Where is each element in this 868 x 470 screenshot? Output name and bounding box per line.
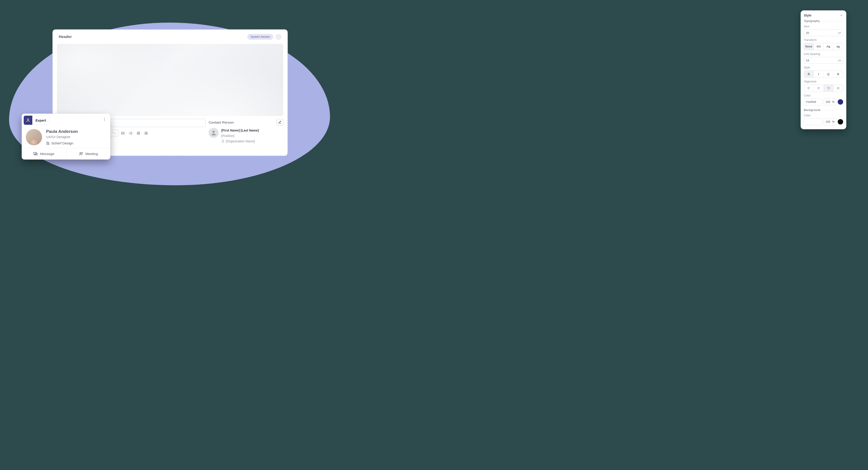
font-size-value: 20 <box>806 31 809 35</box>
svg-rect-35 <box>48 143 49 145</box>
color-opacity-input[interactable]: 100% <box>824 98 836 105</box>
color-opacity-value: 100 <box>826 100 830 103</box>
bg-color-hex-input[interactable] <box>804 118 822 125</box>
kebab-icon <box>102 117 106 121</box>
svg-point-2 <box>121 133 122 133</box>
align-right-button[interactable] <box>824 85 833 92</box>
color-label: Color <box>804 94 843 97</box>
bg-color-label: Color <box>804 114 843 117</box>
system-section-badge: System Section <box>247 34 273 40</box>
linespacing-unit: px <box>838 59 841 62</box>
svg-point-41 <box>80 153 81 154</box>
transform-option-none[interactable]: None <box>804 43 813 50</box>
meeting-button[interactable]: Meeting <box>66 148 111 159</box>
collapse-panel-button[interactable] <box>839 13 843 17</box>
expert-avatar <box>26 129 42 145</box>
font-style-segmented: B I U S <box>804 70 843 78</box>
contact-avatar-placeholder <box>209 128 219 138</box>
typography-section-label: Typography <box>804 20 843 23</box>
transform-label: Transform <box>804 38 843 41</box>
italic-button[interactable]: I <box>813 71 823 77</box>
align-justify-button[interactable] <box>833 85 843 92</box>
indent-icon[interactable] <box>143 130 149 136</box>
alignment-segmented <box>804 85 843 92</box>
meeting-icon <box>79 152 83 156</box>
align-center-button[interactable] <box>813 85 823 92</box>
expert-org: Scherf Design <box>51 141 73 145</box>
svg-point-32 <box>104 119 105 120</box>
flask-icon <box>221 139 224 143</box>
linespacing-input[interactable]: 24 px <box>804 57 843 64</box>
bg-color-swatch[interactable] <box>838 119 843 125</box>
linespacing-value: 24 <box>806 59 809 62</box>
meeting-button-label: Meeting <box>86 152 98 156</box>
transform-segmented: None AG Ag ag <box>804 43 843 50</box>
contact-org-placeholder: [Organization Name] <box>226 139 255 144</box>
svg-point-30 <box>27 119 29 120</box>
background-section-label: Background <box>804 108 843 112</box>
font-size-unit: px <box>838 31 841 34</box>
transform-option-title[interactable]: Ag <box>824 43 833 50</box>
bg-color-opacity-input[interactable]: 100% <box>824 118 836 125</box>
svg-point-42 <box>82 153 83 153</box>
expert-role: UX/UI Designer <box>46 135 78 139</box>
svg-point-4 <box>121 134 122 134</box>
svg-point-28 <box>213 131 215 133</box>
hero-image-placeholder[interactable] <box>57 44 283 116</box>
bg-color-opacity-value: 100 <box>826 120 830 123</box>
outdent-icon[interactable] <box>135 130 142 136</box>
strike-button[interactable]: S <box>833 71 843 77</box>
message-icon <box>33 152 38 156</box>
font-size-input[interactable]: 20 px <box>804 29 843 36</box>
bullet-list-icon[interactable] <box>120 130 126 136</box>
align-left-button[interactable] <box>804 85 813 92</box>
expert-tag-label: Expert <box>32 118 49 122</box>
linespacing-label: Line Spacing <box>804 53 843 56</box>
edit-contact-button[interactable] <box>276 119 283 126</box>
contact-section-title: Contact Person <box>209 120 234 124</box>
expert-popover: Expert Paula Anderson UX/UI Designer Sch… <box>22 114 110 159</box>
numbered-list-icon[interactable]: 123 <box>127 130 134 136</box>
chevron-up-icon <box>839 13 843 17</box>
style-panel-title: Style <box>804 13 811 17</box>
color-hex-value: #1e40af <box>806 100 816 103</box>
alignment-label: Alignment <box>804 80 843 83</box>
canvas-title: Header <box>59 35 72 39</box>
more-menu-button[interactable] <box>100 115 108 123</box>
color-hex-input[interactable]: #1e40af <box>804 98 822 105</box>
expert-icon <box>24 116 32 125</box>
svg-text:3: 3 <box>129 133 129 135</box>
transform-option-lower[interactable]: ag <box>833 43 843 50</box>
color-opacity-unit: % <box>832 100 835 103</box>
font-style-label: Style <box>804 66 843 69</box>
bold-button[interactable]: B <box>804 71 813 77</box>
header-circle-button[interactable] <box>276 34 281 40</box>
svg-point-0 <box>121 132 122 132</box>
svg-point-33 <box>104 120 105 121</box>
expert-name: Paula Anderson <box>46 129 78 134</box>
building-icon <box>46 142 50 145</box>
underline-button[interactable]: U <box>824 71 833 77</box>
pencil-icon <box>278 120 282 124</box>
bg-color-opacity-unit: % <box>832 120 835 123</box>
message-button[interactable]: Message <box>22 148 66 159</box>
color-swatch[interactable] <box>838 99 843 105</box>
transform-option-upper[interactable]: AG <box>813 43 823 50</box>
contact-name-placeholder: [First Name] [Last Name] <box>221 128 259 133</box>
style-panel: Style Typography Size 20 px Transform No… <box>801 10 846 129</box>
contact-person-block: Contact Person [First Name] [Last Name] … <box>209 119 283 145</box>
expert-tag: Expert <box>24 116 50 125</box>
caret-icon: ⌃⌄ <box>112 131 116 135</box>
svg-point-31 <box>104 118 105 118</box>
person-icon <box>211 130 217 136</box>
size-label: Size <box>804 25 843 28</box>
message-button-label: Message <box>40 152 54 156</box>
contact-position-placeholder: [Position] <box>221 133 259 139</box>
